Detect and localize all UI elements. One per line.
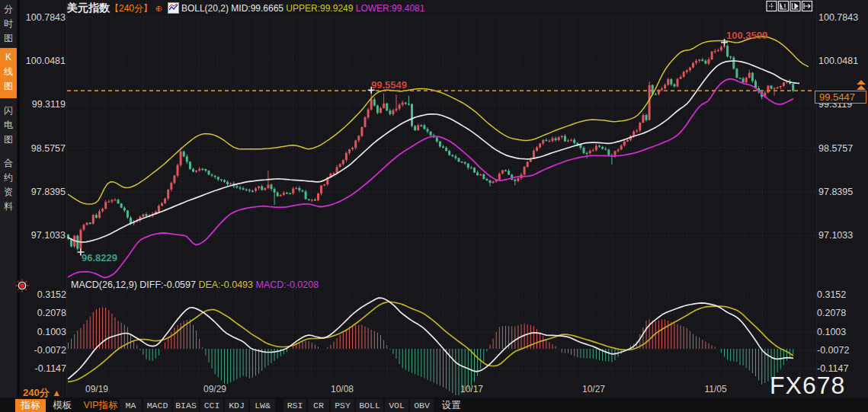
svg-text:100.0481: 100.0481	[26, 56, 66, 66]
svg-text:10/17: 10/17	[460, 384, 483, 394]
svg-text:-0.0072: -0.0072	[817, 345, 849, 356]
svg-text:0.1003: 0.1003	[37, 327, 66, 337]
svg-text:97.8395: 97.8395	[31, 187, 66, 197]
svg-text:99.3119: 99.3119	[32, 99, 66, 110]
svg-text:100.7843: 100.7843	[26, 12, 66, 23]
svg-text:98.5757: 98.5757	[818, 143, 853, 154]
svg-text:11/05: 11/05	[704, 384, 726, 394]
svg-text:97.1033: 97.1033	[818, 230, 853, 241]
svg-text:-0.1147: -0.1147	[35, 363, 67, 374]
svg-text:98.5757: 98.5757	[31, 143, 66, 154]
svg-text:100.0481: 100.0481	[818, 56, 858, 66]
svg-text:09/19: 09/19	[85, 384, 108, 394]
svg-text:0.2078: 0.2078	[37, 308, 66, 318]
svg-text:10/27: 10/27	[582, 384, 605, 394]
svg-text:0.3152: 0.3152	[817, 289, 846, 300]
svg-text:09/29: 09/29	[203, 384, 226, 394]
svg-text:97.1033: 97.1033	[31, 230, 66, 241]
svg-text:-0.0072: -0.0072	[34, 345, 66, 356]
svg-text:0.2078: 0.2078	[817, 308, 846, 318]
svg-text:100.7843: 100.7843	[818, 12, 858, 23]
svg-text:0.1003: 0.1003	[817, 327, 846, 337]
svg-text:0.3152: 0.3152	[37, 289, 66, 300]
svg-text:97.8395: 97.8395	[818, 187, 853, 197]
svg-text:10/08: 10/08	[331, 384, 354, 394]
